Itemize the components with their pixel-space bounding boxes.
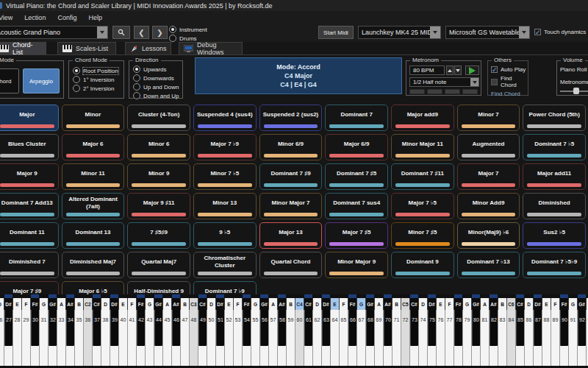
piano-key[interactable]: 49 (198, 310, 207, 366)
piano-key[interactable]: 30 (30, 310, 39, 366)
chord-button[interactable]: Dominant 9 (391, 252, 454, 278)
arpeggio-mode-button[interactable]: Arpeggio (23, 68, 60, 93)
chord-button[interactable]: Quartal Chord (259, 252, 323, 278)
piano-key[interactable]: 59 (286, 310, 295, 366)
black-key[interactable]: 56 (260, 310, 268, 346)
chord-button[interactable]: Major (0, 105, 59, 131)
piano-key[interactable]: 37 (92, 310, 101, 366)
chord-button[interactable]: Chromatischer Cluster (193, 252, 257, 278)
black-key[interactable]: 66 (348, 310, 356, 346)
piano-key[interactable]: 91 (568, 310, 577, 366)
piano-key[interactable]: 65 (339, 310, 348, 366)
chord-button[interactable]: Dominant 7 sus4 (325, 193, 388, 219)
chord-button[interactable]: Major 7 ♯5 (325, 222, 388, 249)
chord-button[interactable]: Dominant 7 ♯11 (391, 163, 454, 190)
piano-key[interactable]: 54 (242, 310, 251, 366)
chevron-down-icon[interactable] (97, 26, 107, 38)
tab-scales-list[interactable]: Scales-List (57, 42, 116, 54)
black-key[interactable]: 51 (216, 310, 224, 346)
piano-key[interactable]: 46 (171, 310, 180, 366)
chord-button[interactable]: Major 7 ♭9 (193, 134, 257, 160)
next-button[interactable]: ❯ (152, 26, 168, 39)
piano-key[interactable]: 75 (427, 310, 436, 366)
piano-key[interactable]: 39 (110, 310, 118, 366)
chord-button[interactable]: Dominant 13 (62, 222, 125, 249)
chord-button[interactable]: Suspended 2 (sus2) (259, 105, 323, 131)
black-key[interactable]: 27 (4, 310, 12, 346)
black-key[interactable]: 78 (454, 310, 462, 346)
black-key[interactable]: 44 (154, 310, 162, 346)
radio-2-inversion[interactable]: 2° Inversion (73, 85, 118, 92)
piano-key[interactable]: 56 (259, 310, 268, 366)
piano-key[interactable]: 87 (533, 310, 542, 366)
chord-button[interactable]: Major 6 (62, 134, 125, 160)
radio-1-inversion[interactable]: 1° Inversion (73, 76, 118, 83)
bpm-down-button[interactable] (454, 66, 462, 75)
piano-key[interactable]: 61 (304, 310, 312, 366)
tab-chord-list[interactable]: Chord-List (0, 42, 46, 54)
chord-button[interactable]: 9 ♭5 (193, 222, 257, 249)
radio-root-position[interactable]: Root Position (73, 67, 118, 74)
menu-item-lection[interactable]: Lection (18, 13, 51, 23)
black-key[interactable]: 80 (472, 310, 480, 346)
radio-upwards[interactable]: Upwards (133, 66, 179, 73)
piano-key[interactable]: 58 (277, 310, 286, 366)
piano-key[interactable]: 64 (330, 310, 339, 366)
chord-button[interactable]: Major 9 ♯11 (127, 193, 190, 219)
piano-key[interactable]: 72 (401, 310, 409, 366)
chord-button[interactable]: Minor(Maj9) ♭6 (457, 222, 520, 249)
piano-key[interactable]: 67 (356, 310, 365, 366)
piano-key[interactable]: 76 (436, 310, 445, 366)
radio-downwards[interactable]: Downwards (133, 74, 179, 82)
piano-key[interactable]: 31 (39, 310, 48, 366)
piano-key[interactable]: 69 (374, 310, 383, 366)
black-key[interactable]: 30 (31, 310, 39, 346)
chord-button[interactable]: Major 7 (457, 163, 520, 190)
chord-button[interactable]: Dominant 7 (325, 105, 388, 131)
piano-key[interactable]: 45 (162, 310, 171, 366)
piano-key[interactable]: 80 (471, 310, 480, 366)
black-key[interactable]: 70 (384, 310, 392, 346)
find-chord-checkbox[interactable]: Find Chord (491, 75, 528, 88)
piano-key[interactable]: 41 (127, 310, 136, 366)
piano-key[interactable]: 71 (392, 310, 401, 366)
piano-key[interactable]: 44 (154, 310, 162, 366)
chord-button[interactable]: Minor 6/9 (259, 134, 323, 160)
chord-button[interactable]: Dominant 11 (0, 222, 59, 249)
note-division-select[interactable]: 1/2 Half note (409, 77, 479, 87)
piano-key[interactable]: 28 (12, 310, 21, 366)
chord-button[interactable]: Dominant 7 Add13 (0, 193, 59, 219)
radio-instrument[interactable]: Instrument (169, 26, 207, 33)
chord-button[interactable]: Sus2 ♭5 (523, 222, 586, 249)
black-key[interactable]: 92 (578, 310, 586, 346)
chord-button[interactable]: Power Chord (5th) (523, 105, 586, 131)
chord-button[interactable]: Major 7 ♭5 (391, 193, 454, 219)
chord-button[interactable]: Major add11 (523, 163, 586, 190)
chord-button[interactable]: Minor 7 ♭5 (193, 163, 257, 190)
piano-key[interactable]: 86 (524, 310, 533, 366)
piano-key[interactable]: 53 (233, 310, 242, 366)
chord-button[interactable]: Altered Dominant (7alt) (62, 193, 125, 219)
piano-key[interactable]: 57 (268, 310, 277, 366)
piano-key[interactable]: 83 (498, 310, 506, 366)
black-key[interactable]: 90 (560, 310, 568, 346)
piano-key[interactable]: 42 (136, 310, 145, 366)
synth-select[interactable]: Microsoft GS Wavetable Synth (445, 26, 530, 39)
piano-key[interactable]: 92 (577, 310, 586, 366)
piano-key[interactable]: 78 (453, 310, 462, 366)
chord-button[interactable]: Dominant 7 ♭5♭9 (523, 252, 586, 278)
midi-device-select[interactable]: Launchkey MK4 25 MIDI (358, 26, 441, 39)
piano-key[interactable]: 51 (215, 310, 224, 366)
chevron-down-icon[interactable] (470, 78, 478, 86)
chord-button[interactable]: Cluster (4-Ton) (127, 105, 190, 131)
find-chord-link[interactable]: Find Chord (491, 91, 528, 97)
piano-key[interactable]: 52 (224, 310, 233, 366)
piano-key[interactable]: 74 (418, 310, 427, 366)
tab-lessons[interactable]: Lessons (125, 42, 171, 54)
chord-button[interactable]: Blues Cluster (0, 134, 59, 160)
black-key[interactable]: 32 (49, 310, 57, 346)
menu-item-view[interactable]: View (0, 13, 18, 23)
piano-key[interactable]: 85 (515, 310, 524, 366)
chord-button[interactable]: Minor 11 (62, 163, 125, 190)
menu-item-config[interactable]: Config (51, 13, 82, 23)
